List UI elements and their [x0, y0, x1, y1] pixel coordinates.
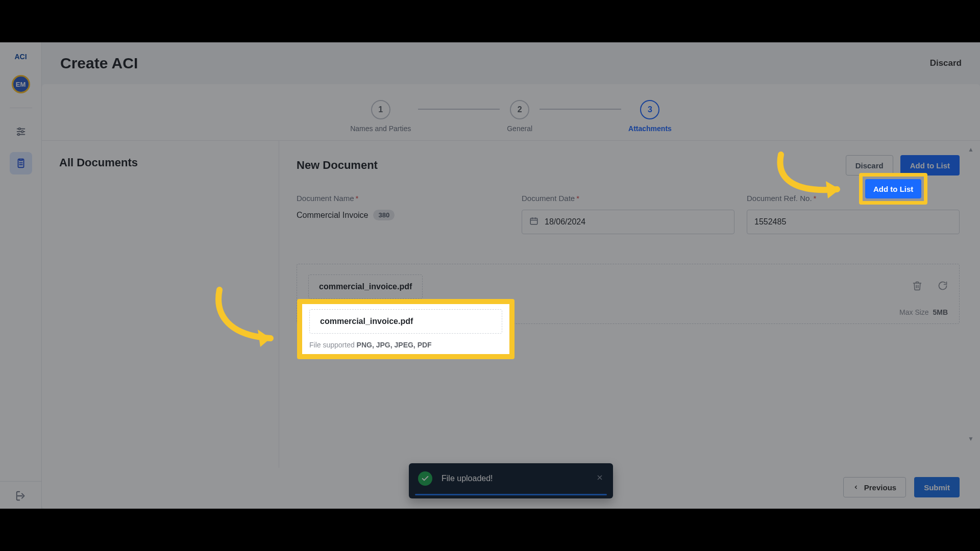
- tutorial-highlight-upload: commercial_invoice.pdf File supported PN…: [297, 299, 514, 359]
- previous-button[interactable]: Previous: [843, 477, 906, 497]
- submit-button[interactable]: Submit: [914, 477, 960, 497]
- collapse-down-icon[interactable]: ▼: [968, 435, 974, 442]
- step-2-number: 2: [510, 100, 529, 119]
- uploaded-file-chip[interactable]: commercial_invoice.pdf: [308, 274, 423, 299]
- document-ref-field: Document Ref. No.* 1552485: [747, 194, 960, 234]
- step-line-1: [418, 109, 500, 110]
- max-size-text: Max Size 5MB: [899, 308, 948, 316]
- step-2-label: General: [507, 124, 532, 133]
- document-ref-input[interactable]: 1552485: [747, 210, 960, 234]
- document-ref-value: 1552485: [754, 217, 786, 227]
- step-line-2: [540, 109, 621, 110]
- toast-text: File uploaded!: [442, 474, 586, 483]
- app-root: ACI EM Create ACI Discard 1 Names and Pa…: [0, 42, 980, 509]
- step-3-number: 3: [640, 100, 659, 119]
- avatar[interactable]: EM: [12, 75, 30, 93]
- success-icon: [418, 471, 432, 486]
- main-column: Create ACI Discard 1 Names and Parties 2…: [42, 42, 980, 509]
- sidebar-brand[interactable]: ACI: [14, 53, 27, 61]
- sidebar-divider: [10, 108, 32, 108]
- page-header: Create ACI Discard: [42, 42, 980, 84]
- close-icon[interactable]: [596, 473, 604, 484]
- letterbox-bottom: [0, 509, 980, 551]
- trash-icon[interactable]: [912, 281, 922, 293]
- chevron-left-icon: [853, 484, 859, 490]
- left-pane: All Documents: [42, 141, 279, 468]
- right-head: New Document Discard Add to List: [297, 155, 960, 176]
- sidebar: ACI EM: [0, 42, 42, 509]
- toast-progress: [415, 494, 607, 495]
- document-name-badge: 380: [373, 210, 395, 220]
- tutorial-highlight-add: Add to List: [859, 173, 927, 205]
- svg-point-5: [17, 134, 19, 136]
- document-ref-label: Document Ref. No.*: [747, 194, 960, 203]
- calendar-icon: [529, 216, 538, 228]
- documents-icon[interactable]: [10, 152, 32, 174]
- page-title: Create ACI: [60, 55, 138, 72]
- step-3-label: Attachments: [628, 124, 672, 133]
- document-name-label: Document Name*: [297, 194, 509, 203]
- discard-link[interactable]: Discard: [930, 58, 962, 68]
- logout-button[interactable]: [0, 481, 41, 504]
- document-name-field: Document Name* Commercial Invoice 380: [297, 194, 509, 234]
- content-card: 1 Names and Parties 2 General 3 Attachme…: [42, 84, 980, 509]
- all-documents-title: All Documents: [59, 156, 261, 169]
- svg-point-3: [21, 131, 23, 133]
- document-date-field: Document Date* 18/06/2024: [522, 194, 734, 234]
- uploaded-file-chip-highlight: commercial_invoice.pdf: [309, 309, 502, 334]
- settings-icon[interactable]: [10, 120, 32, 143]
- svg-point-1: [18, 128, 20, 130]
- step-1-label: Names and Parties: [350, 124, 411, 133]
- step-3[interactable]: 3 Attachments: [628, 100, 672, 133]
- add-to-list-button-highlight: Add to List: [865, 179, 921, 198]
- letterbox-top: [0, 0, 980, 42]
- step-2[interactable]: 2 General: [507, 100, 532, 133]
- discard-button[interactable]: Discard: [846, 155, 893, 176]
- step-1[interactable]: 1 Names and Parties: [350, 100, 411, 133]
- stepper: 1 Names and Parties 2 General 3 Attachme…: [42, 84, 980, 140]
- svg-rect-10: [530, 218, 537, 224]
- document-date-value: 18/06/2024: [545, 217, 585, 227]
- document-date-input[interactable]: 18/06/2024: [522, 210, 734, 234]
- document-name-value: Commercial Invoice: [297, 211, 368, 220]
- step-1-number: 1: [371, 100, 390, 119]
- document-date-label: Document Date*: [522, 194, 734, 203]
- toast: File uploaded!: [409, 463, 613, 498]
- new-document-title: New Document: [297, 159, 378, 172]
- add-to-list-button[interactable]: Add to List: [900, 155, 960, 176]
- refresh-icon[interactable]: [938, 281, 948, 293]
